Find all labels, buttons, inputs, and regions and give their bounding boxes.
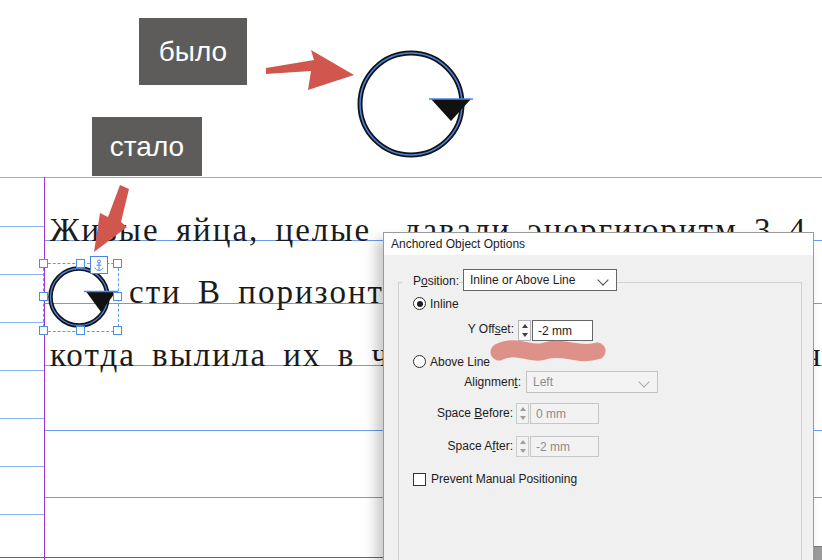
space-before-label: Space Before: [413,406,513,420]
selection-handle-bottom-right[interactable] [113,326,122,335]
y-offset-label: Y Offset: [434,322,514,336]
stepper-up-icon [520,407,526,411]
prevent-manual-positioning-label: Prevent Manual Positioning [431,473,577,486]
chevron-down-icon [597,274,608,285]
indesign-workspace: Живые яйца, целые давали энергиюритм 3 4… [0,0,822,560]
space-before-field: 0 mm [530,403,599,424]
triangle-marker-before[interactable] [431,99,471,121]
stepper-up-icon [520,440,526,444]
inline-radio-label: Inline [430,297,459,311]
stepper-up-icon[interactable] [522,324,528,328]
selection-handle-mid-left[interactable] [39,292,48,301]
prevent-manual-positioning-checkbox[interactable] [413,473,426,486]
above-line-radio[interactable] [413,355,426,368]
position-label: Position: [402,274,459,289]
space-after-stepper [516,436,529,457]
selection-handle-top-right[interactable] [113,259,122,268]
dialog-title-bar[interactable]: Anchored Object Options [384,233,813,255]
position-dropdown[interactable]: Inline or Above Line [463,269,617,291]
selection-handle-bottom-center[interactable] [76,326,85,335]
alignment-label: Alignment: [431,375,521,389]
inline-radio[interactable] [413,297,426,310]
label-after-box: стало [92,117,202,176]
label-before-box: было [139,18,247,85]
space-after-label: Space After: [413,439,513,453]
anchor-glyph [93,259,105,272]
stepper-down-icon[interactable] [522,333,528,337]
stepper-down-icon [520,449,526,453]
selection-handle-bottom-left[interactable] [39,326,48,335]
selection-handle-top-center[interactable] [76,259,85,268]
anchor-icon[interactable] [90,256,108,274]
above-line-radio-label: Above Line [430,355,490,369]
stepper-down-icon [520,416,526,420]
space-before-stepper [516,403,529,424]
anchored-object-options-dialog: Anchored Object Options Position: Inline… [383,232,814,560]
alignment-dropdown: Left [526,371,658,393]
space-after-field: -2 mm [530,436,599,457]
y-offset-field[interactable]: -2 mm [532,320,593,341]
y-offset-stepper[interactable] [518,320,531,341]
chevron-down-icon [638,376,649,387]
selection-handle-top-left[interactable] [39,259,48,268]
selection-handle-mid-right[interactable] [113,292,122,301]
dialog-title: Anchored Object Options [391,237,525,251]
